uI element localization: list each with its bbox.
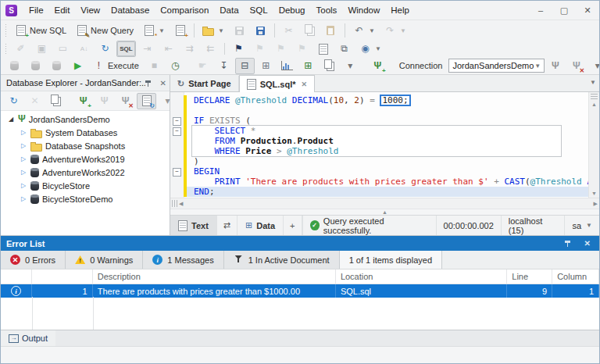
toolbar-options-button[interactable]: ▾: [341, 58, 360, 74]
close-icon[interactable]: ✕: [160, 79, 166, 87]
toolbar-grip[interactable]: [2, 23, 9, 37]
snapshot-button[interactable]: ▣: [32, 41, 52, 57]
detach-database-button[interactable]: [26, 58, 45, 74]
cut-button[interactable]: ✂: [279, 23, 298, 39]
fold-collapse-icon[interactable]: −: [173, 168, 181, 177]
tree-expanded-icon[interactable]: ◢: [7, 116, 15, 123]
connect-button[interactable]: Ψ: [545, 58, 565, 74]
tree-item-adventureworks2022[interactable]: ▷AdventureWorks2022: [1, 166, 170, 179]
toolbar-grip[interactable]: [2, 43, 9, 55]
delete-button[interactable]: ✕: [25, 93, 45, 109]
new-connection-button[interactable]: Ψ+: [368, 58, 388, 74]
menu-item-comparison[interactable]: Comparison: [155, 1, 214, 20]
new-from-template-button[interactable]: +: [170, 23, 190, 39]
redo-button[interactable]: ↷▼: [380, 23, 410, 39]
connection-combobox[interactable]: JordanSandersDemo▼: [448, 59, 545, 73]
menu-item-debug[interactable]: Debug: [273, 1, 311, 20]
execute-button[interactable]: !Execute: [89, 58, 143, 74]
refresh-button[interactable]: ↻: [4, 93, 23, 109]
save-all-button[interactable]: [251, 23, 270, 39]
code-editor[interactable]: DECLARE @Threshold DECIMAL(10, 2) = 1000…: [170, 92, 588, 198]
tree-collapsed-icon[interactable]: ▷: [20, 182, 27, 189]
filter-warnings-button[interactable]: !0 Warnings: [66, 251, 143, 269]
insert-snippet-button[interactable]: ✐: [11, 41, 30, 57]
stop-button[interactable]: ■: [145, 58, 164, 74]
fold-collapse-icon[interactable]: −: [173, 117, 181, 126]
menu-item-database[interactable]: Database: [105, 1, 155, 20]
scroll-left-icon[interactable]: ◀: [179, 200, 183, 208]
refresh-code-completion-button[interactable]: ↻: [95, 41, 115, 57]
close-icon[interactable]: ✕: [301, 80, 307, 88]
debug-options-button[interactable]: ◉▼: [355, 41, 385, 57]
menu-item-data[interactable]: Data: [214, 1, 244, 20]
tree-collapsed-icon[interactable]: ▷: [20, 155, 27, 162]
feedback-button[interactable]: ☛: [193, 58, 212, 74]
splitter-grip[interactable]: [172, 200, 177, 207]
column-header-Description[interactable]: Description: [93, 269, 336, 284]
tree-item-adventureworks2019[interactable]: ▷AdventureWorks2019: [1, 152, 170, 166]
swap-view-button[interactable]: ⇄: [217, 216, 238, 235]
menu-item-window[interactable]: Window: [342, 1, 385, 20]
filter-active-document-button[interactable]: 1 In Active Document: [224, 251, 340, 269]
new-connection-button[interactable]: Ψ+: [73, 93, 93, 109]
filter-messages-button[interactable]: i1 Messages: [143, 251, 223, 269]
tab-output[interactable]: → Output: [1, 330, 55, 346]
tab-list-dropdown-icon[interactable]: ▼: [590, 79, 596, 86]
connect-button[interactable]: Ψ: [95, 93, 114, 109]
collapse-arrow-icon[interactable]: ▲: [382, 210, 388, 215]
undo-button[interactable]: ↶▼: [349, 23, 379, 39]
format-sql-button[interactable]: SQL: [116, 41, 136, 57]
horizontal-scrollbar[interactable]: ◀ ▶: [170, 198, 599, 209]
pivot-table-button[interactable]: ⊞: [256, 58, 276, 74]
sort-lines-button[interactable]: A↓: [74, 41, 94, 57]
menu-item-sql[interactable]: SQL: [245, 1, 273, 20]
tree-collapsed-icon[interactable]: ▷: [20, 142, 27, 149]
menu-item-tools[interactable]: Tools: [311, 1, 343, 20]
bookmark-toggle-button[interactable]: ⚑: [229, 41, 248, 57]
close-button[interactable]: ✕: [576, 1, 599, 20]
tree-item-bicyclestore[interactable]: ▷BicycleStore: [1, 179, 170, 192]
new-sql-button[interactable]: +New SQL: [11, 23, 70, 39]
disconnect-button[interactable]: Ψ✕: [566, 58, 586, 74]
comment-button[interactable]: ⇥: [138, 41, 157, 57]
refresh-database-button[interactable]: [47, 58, 66, 74]
column-header-Line[interactable]: Line: [507, 269, 552, 284]
minimize-button[interactable]: –: [529, 1, 552, 20]
new-document-button[interactable]: *▼: [139, 23, 169, 39]
indent-button[interactable]: ⇉: [180, 41, 199, 57]
duplicate-button[interactable]: [46, 93, 66, 109]
new-query-button[interactable]: ✎New Query: [72, 23, 138, 39]
add-view-button[interactable]: +: [284, 216, 302, 235]
dependencies-button[interactable]: ⧉: [334, 41, 354, 57]
toolbar-overflow-button[interactable]: ▾: [588, 58, 600, 74]
bookmark-clear-button[interactable]: ⚑: [292, 41, 312, 57]
save-button[interactable]: [230, 23, 249, 39]
menu-item-view[interactable]: View: [75, 1, 105, 20]
query-history-button[interactable]: ◷: [166, 58, 185, 74]
tree-item-system-databases[interactable]: ▷System Databases: [1, 126, 170, 139]
disconnect-button[interactable]: Ψ✕: [116, 93, 135, 109]
open-in-editor-button[interactable]: ▭: [53, 41, 73, 57]
run-button[interactable]: ▶: [68, 58, 88, 74]
refresh-object-button[interactable]: ↻: [137, 93, 156, 109]
bookmark-prev-button[interactable]: ⚑: [250, 41, 270, 57]
filter-errors-button[interactable]: ✕0 Errors: [1, 251, 66, 269]
tree-collapsed-icon[interactable]: ▷: [20, 195, 27, 202]
tab-text[interactable]: Text: [170, 216, 217, 235]
vertical-scrollbar[interactable]: ▲ ▼: [588, 92, 599, 198]
results-collapse-splitter[interactable]: ▲: [170, 209, 599, 215]
splitter-grip[interactable]: [591, 94, 598, 99]
scroll-down-icon[interactable]: ▼: [591, 190, 597, 198]
attach-database-button[interactable]: [5, 58, 24, 74]
pin-icon[interactable]: [145, 80, 151, 83]
tree-collapsed-icon[interactable]: ▷: [20, 169, 27, 176]
query-profiler-button[interactable]: ↧: [214, 58, 234, 74]
tab-start-page[interactable]: ↻Start Page: [170, 76, 239, 91]
close-icon[interactable]: ✕: [584, 239, 591, 248]
open-file-button[interactable]: ▼: [198, 23, 228, 39]
tree-item-database-snapshots[interactable]: ▷Database Snapshots: [1, 139, 170, 152]
tree-collapsed-icon[interactable]: ▷: [20, 129, 27, 136]
new-window-button[interactable]: [320, 58, 339, 74]
tree-item-bicyclestoredemo[interactable]: ▷BicycleStoreDemo: [1, 192, 170, 205]
scroll-right-icon[interactable]: ▶: [594, 200, 598, 208]
